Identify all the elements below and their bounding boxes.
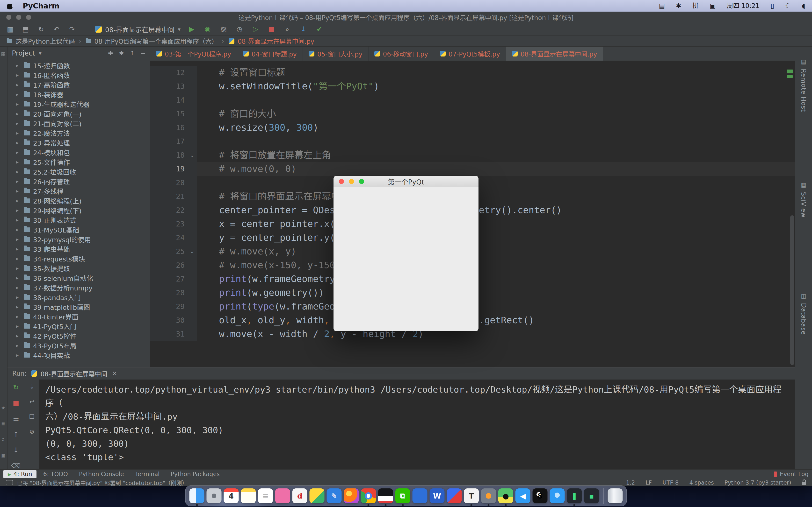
menu-app-name[interactable]: PyCharm [23,2,59,10]
breadcrumb-item[interactable]: 08-用PyQt5编写第一个桌面应用程序（六） [85,37,218,45]
tree-item[interactable]: ▸31-MySQL基础 [7,225,150,234]
finder-icon[interactable] [190,489,204,503]
event-log-button[interactable]: Event Log [774,471,809,477]
undo-icon[interactable]: ↶ [52,25,61,33]
tree-item[interactable]: ▸33-爬虫基础 [7,244,150,254]
chevron-right-icon[interactable]: ▸ [16,304,21,310]
tool-window-button-sciview[interactable]: ▦SciView [795,182,812,218]
chevron-right-icon[interactable]: ▸ [16,198,21,204]
tree-item[interactable]: ▸23-异常处理 [7,138,150,148]
ide-title-bar[interactable]: 这是Python上课代码 – 08-用PyQt5编写第一个桌面应用程序（六）/0… [0,12,812,23]
chevron-right-icon[interactable]: ▸ [16,101,21,107]
tree-item[interactable]: ▸15-递归函数 [7,61,150,70]
profiler-icon[interactable]: ◷ [235,25,244,33]
run-settings-icon[interactable]: ⚌ [13,415,19,423]
chevron-right-icon[interactable]: ▸ [16,323,21,329]
firefox-icon[interactable] [344,489,359,503]
chevron-right-icon[interactable]: ▸ [16,265,21,271]
chevron-right-icon[interactable]: ▸ [16,178,21,184]
status-widget[interactable]: LF [646,480,652,486]
stop-icon[interactable]: ■ [267,25,276,33]
tree-item[interactable]: ▸22-魔法方法 [7,128,150,138]
trash-icon[interactable] [608,489,623,503]
tree-item[interactable]: ▸44-项目实战 [7,350,150,360]
run-tab[interactable]: 08-界面显示在屏幕中间 ✕ [31,369,117,378]
zoom-window-button[interactable] [26,15,31,20]
green-oval-app-icon[interactable] [310,489,324,503]
run-configuration-selector[interactable]: 08-界面显示在屏幕中间 ▾ [95,24,181,34]
tree-item[interactable]: ▸29-网络编程(下) [7,206,150,215]
utools-icon[interactable] [481,489,496,503]
tree-item[interactable]: ▸28-网络编程(上) [7,196,150,206]
pyqt-app-window[interactable]: 第一个PyQt [334,176,478,331]
run-icon[interactable]: ▶ [187,25,196,33]
code-line[interactable]: 18⌄# 将窗口放置在屏幕左上角 [150,148,795,162]
tree-item[interactable]: ▸25-文件操作 [7,157,150,167]
eight-ball-app-icon[interactable]: 8 [532,489,548,503]
pyqt-minimize-button[interactable] [349,179,354,184]
structure-tool-icon[interactable]: ≣ [1,421,6,427]
save-all-icon[interactable]: ⬒ [21,25,30,33]
tree-item[interactable]: ▸41-PyQt5入门 [7,321,150,331]
close-window-button[interactable] [6,15,11,20]
monitor-icon[interactable]: ▤ [659,0,665,12]
tree-item[interactable]: ▸19-生成器和迭代器 [7,99,150,109]
pyqt-close-button[interactable] [339,179,344,184]
locate-icon[interactable]: ↥ [130,50,135,57]
tree-item[interactable]: ▸25.2-垃圾回收 [7,167,150,176]
code-line[interactable]: 16w.resize(300, 300) [150,121,795,134]
editor-tab[interactable]: 06-移动窗口.py [368,47,434,61]
run-console-output[interactable]: /Users/codetutor.top/python_virtual_env/… [39,380,795,469]
editor-tab[interactable]: 03-第一个PyQt程序.py [150,47,237,61]
chevron-right-icon[interactable]: ▸ [16,343,21,348]
status-widget[interactable]: Python 3.7 (py3 starter) [724,480,791,486]
chevron-right-icon[interactable]: ▸ [16,82,21,88]
breadcrumb-file[interactable]: 08-界面显示在屏幕中间.py [228,37,314,45]
status-bar-icon[interactable] [6,480,13,485]
input-method-icon[interactable]: 拼 [692,0,699,12]
tree-item[interactable]: ▸42-PyQt5控件 [7,331,150,341]
chevron-right-icon[interactable]: ▸ [16,275,21,281]
tool-window-button-database[interactable]: ◫Database [795,293,812,335]
pdf-app-icon[interactable] [447,489,462,503]
status-widget[interactable]: UTF-8 [662,480,678,486]
tree-item[interactable]: ▸37-数据分析numpy [7,283,150,292]
chevron-right-icon[interactable]: ▸ [16,314,21,320]
clear-icon[interactable]: ⌫ [11,462,21,470]
chevron-right-icon[interactable]: ▸ [16,294,21,300]
lock-icon[interactable] [802,482,806,485]
print-icon[interactable]: ❐ [29,413,35,420]
bottom-tab-terminal[interactable]: Terminal [131,470,164,478]
chevron-right-icon[interactable]: ▸ [16,285,21,290]
clear-all-icon[interactable]: ⊘ [30,428,34,435]
status-widget[interactable]: 4 spaces [689,480,714,486]
inspection-indicator[interactable] [786,69,793,78]
bottom-tab-python-packages[interactable]: Python Packages [166,470,224,478]
chevron-right-icon[interactable]: ▸ [16,150,21,155]
chevron-right-icon[interactable]: ▸ [16,256,21,262]
chevron-right-icon[interactable]: ▸ [16,140,21,146]
soft-wrap-icon[interactable]: ↩ [30,398,34,405]
tree-item[interactable]: ▸16-匿名函数 [7,70,150,80]
hide-icon[interactable]: − [141,50,146,57]
tree-item[interactable]: ▸30-正则表达式 [7,215,150,225]
project-tool-icon[interactable]: ▦ [1,51,5,56]
pyqt-title-bar[interactable]: 第一个PyQt [334,176,478,187]
code-line[interactable]: 19# w.move(0, 0) [150,162,795,176]
siri-icon[interactable]: ◖ [802,0,805,12]
code-line[interactable]: 15# 窗口的大小 [150,107,795,121]
editor-tab[interactable]: 04-窗口标题.py [237,47,303,61]
notes-icon[interactable] [241,489,256,503]
chevron-right-icon[interactable]: ▸ [16,130,21,136]
chevron-right-icon[interactable]: ▸ [16,333,21,339]
tree-item[interactable]: ▸17-高阶函数 [7,80,150,90]
word-app-icon[interactable]: W [430,489,445,503]
tree-item[interactable]: ▸34-requests模块 [7,254,150,264]
updown-tool-icon[interactable]: ↕ [1,437,6,442]
tree-item[interactable]: ▸36-selenium自动化 [7,273,150,283]
bottom-tab-4-run[interactable]: ▶4: Run [3,470,37,478]
tree-item[interactable]: ▸21-面向对象(二) [7,119,150,128]
wechat-icon[interactable]: ⧉ [395,489,410,503]
browser-app-icon[interactable] [550,489,565,503]
code-line[interactable]: 17 [150,134,795,148]
